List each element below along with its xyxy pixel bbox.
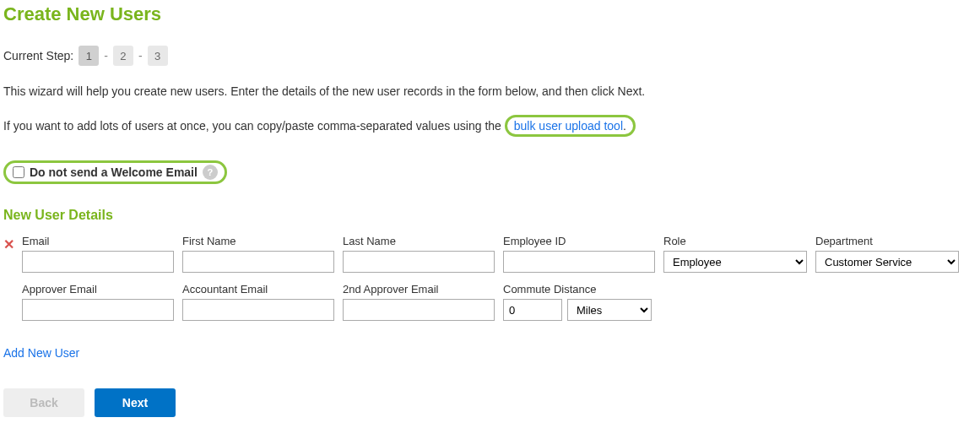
fields-grid: Email First Name Last Name Employee ID R… [22, 235, 977, 321]
back-button: Back [3, 388, 84, 417]
intro-text: This wizard will help you create new use… [3, 84, 977, 98]
step-separator: - [104, 49, 108, 62]
page-title: Create New Users [3, 3, 977, 25]
label-email: Email [22, 235, 174, 247]
step-2[interactable]: 2 [113, 46, 133, 66]
input-first-name[interactable] [182, 251, 334, 273]
input-approver-email[interactable] [22, 299, 174, 321]
field-last-name: Last Name [343, 235, 495, 273]
delete-row-icon[interactable]: ✕ [3, 235, 17, 252]
select-role[interactable]: Employee [663, 251, 807, 273]
field-second-approver-email: 2nd Approver Email [343, 283, 495, 321]
label-last-name: Last Name [343, 235, 495, 247]
label-employee-id: Employee ID [503, 235, 655, 247]
current-step-label: Current Step: [3, 49, 73, 62]
step-indicator: Current Step: 1 - 2 - 3 [3, 46, 977, 66]
label-department: Department [815, 235, 959, 247]
input-last-name[interactable] [343, 251, 495, 273]
input-email[interactable] [22, 251, 174, 273]
input-second-approver-email[interactable] [343, 299, 495, 321]
field-accountant-email: Accountant Email [182, 283, 334, 321]
input-commute-distance[interactable] [503, 299, 562, 321]
label-first-name: First Name [182, 235, 334, 247]
next-button[interactable]: Next [95, 388, 176, 417]
input-employee-id[interactable] [503, 251, 655, 273]
input-accountant-email[interactable] [182, 299, 334, 321]
label-role: Role [663, 235, 807, 247]
field-department: Department Customer Service [815, 235, 959, 273]
button-row: Back Next [3, 388, 977, 417]
field-commute-distance: Commute Distance Miles [503, 283, 655, 321]
link-suffix: . [623, 119, 626, 133]
field-role: Role Employee [663, 235, 807, 273]
step-3[interactable]: 3 [148, 46, 168, 66]
add-new-user-link[interactable]: Add New User [3, 346, 79, 360]
step-separator: - [138, 49, 143, 62]
label-accountant-email: Accountant Email [182, 283, 334, 296]
step-1[interactable]: 1 [79, 46, 99, 66]
field-approver-email: Approver Email [22, 283, 174, 321]
no-welcome-email-checkbox[interactable] [13, 166, 24, 178]
label-approver-email: Approver Email [22, 283, 174, 296]
label-second-approver-email: 2nd Approver Email [343, 283, 495, 296]
select-commute-unit[interactable]: Miles [567, 299, 652, 321]
section-title: New User Details [3, 208, 977, 223]
help-icon[interactable]: ? [203, 165, 218, 180]
welcome-email-highlight: Do not send a Welcome Email ? [3, 160, 227, 184]
field-employee-id: Employee ID [503, 235, 655, 273]
select-department[interactable]: Customer Service [815, 251, 959, 273]
bulk-upload-row: If you want to add lots of users at once… [3, 115, 977, 137]
label-commute-distance: Commute Distance [503, 283, 655, 296]
no-welcome-email-label[interactable]: Do not send a Welcome Email [30, 165, 198, 179]
field-first-name: First Name [182, 235, 334, 273]
user-row: ✕ Email First Name Last Name Employee ID… [3, 235, 977, 321]
link-prefix: If you want to add lots of users at once… [3, 119, 505, 133]
field-email: Email [22, 235, 174, 273]
bulk-upload-link[interactable]: bulk user upload tool [514, 119, 623, 133]
bulk-upload-highlight: bulk user upload tool. [505, 115, 636, 137]
